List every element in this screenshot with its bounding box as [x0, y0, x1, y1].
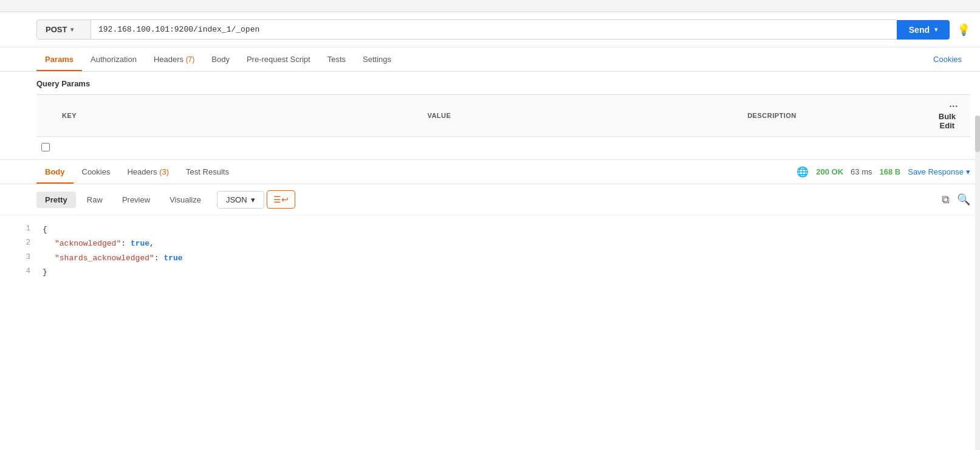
line-num-1: 1 [18, 223, 43, 236]
url-bar-row: POST ▾ Send ▾ 💡 [0, 12, 980, 47]
resp-tab-cookies-label: Cookies [82, 167, 111, 176]
json-open-brace: { [43, 223, 970, 237]
desc-cell[interactable] [740, 137, 924, 160]
tab-tests-label: Tests [327, 55, 346, 64]
method-label: POST [46, 25, 67, 34]
resp-tab-test-results[interactable]: Test Results [177, 160, 238, 184]
more-options-icon[interactable]: ··· [949, 101, 958, 111]
resp-tab-body[interactable]: Body [36, 160, 74, 184]
tab-tests[interactable]: Tests [319, 47, 354, 71]
response-size: 168 B [880, 167, 901, 176]
tab-params[interactable]: Params [36, 47, 82, 71]
key-header: KEY [55, 95, 420, 137]
tab-cookies[interactable]: Cookies [925, 47, 970, 71]
tab-body[interactable]: Body [203, 47, 238, 71]
fmt-tab-visualize[interactable]: Visualize [161, 192, 210, 208]
code-line-3: 3 "shards_acknowledged": true [18, 251, 970, 265]
response-meta: 🌐 200 OK 63 ms 168 B Save Response ▾ [797, 166, 970, 178]
globe-icon: 🌐 [797, 166, 809, 178]
tab-authorization[interactable]: Authorization [82, 47, 145, 71]
line-num-4: 4 [18, 265, 43, 279]
fmt-tab-visualize-label: Visualize [170, 195, 201, 204]
tab-headers-label: Headers [154, 55, 186, 64]
url-input[interactable] [91, 19, 897, 40]
response-section: Body Cookies Headers (3) Test Results 🌐 … [0, 159, 980, 287]
tab-body-label: Body [211, 55, 230, 64]
format-tabs-row: Pretty Raw Preview Visualize JSON ▾ ☰↩ ⧉… [0, 184, 980, 215]
json-close-brace: } [43, 265, 970, 279]
resp-tab-headers-label: Headers [127, 167, 159, 176]
send-label: Send [909, 25, 930, 35]
fmt-tab-pretty[interactable]: Pretty [36, 192, 76, 208]
code-line-1: 1 { [18, 223, 970, 237]
json-line-2: "acknowledged": true, [43, 237, 970, 251]
query-params-section: Query Params KEY VALUE DESCRIPTION ··· B… [0, 72, 980, 159]
search-icon[interactable]: 🔍 [957, 193, 970, 206]
tab-cookies-label: Cookies [933, 55, 962, 64]
response-status: 200 OK [816, 167, 843, 176]
top-bar [0, 0, 980, 12]
checkbox-header [36, 95, 55, 137]
json-val-acknowledged: true [131, 239, 149, 248]
tab-headers[interactable]: Headers (7) [145, 47, 203, 71]
json-sep-3: : [154, 254, 164, 263]
resp-tab-cookies[interactable]: Cookies [74, 160, 119, 184]
json-format-dropdown[interactable]: JSON ▾ [217, 191, 264, 209]
line-num-2: 2 [18, 237, 43, 250]
resp-tab-body-label: Body [45, 167, 65, 176]
tab-settings[interactable]: Settings [354, 47, 400, 71]
scrollbar-thumb[interactable] [975, 116, 980, 152]
json-comma-2: , [149, 239, 154, 248]
action-header: ··· Bulk Edit [924, 95, 970, 137]
response-tabs-row: Body Cookies Headers (3) Test Results 🌐 … [0, 160, 980, 184]
fmt-tab-preview-label: Preview [122, 195, 150, 204]
format-actions: ⧉ 🔍 [942, 193, 970, 206]
wrap-button[interactable]: ☰↩ [267, 190, 295, 209]
tab-params-label: Params [45, 55, 74, 64]
copy-icon[interactable]: ⧉ [942, 193, 950, 206]
description-header: DESCRIPTION [740, 95, 924, 137]
code-line-2: 2 "acknowledged": true, [18, 237, 970, 251]
save-response-label: Save Response [908, 167, 964, 176]
json-key-acknowledged: "acknowledged" [43, 239, 121, 248]
response-time: 63 ms [851, 167, 872, 176]
resp-headers-badge: (3) [159, 167, 169, 176]
request-tabs: Params Authorization Headers (7) Body Pr… [0, 47, 980, 72]
json-val-shards: true [163, 254, 182, 263]
params-table: KEY VALUE DESCRIPTION ··· Bulk Edit [36, 94, 970, 159]
tab-pre-request[interactable]: Pre-request Script [238, 47, 319, 71]
table-row [36, 137, 970, 160]
tab-authorization-label: Authorization [91, 55, 137, 64]
tab-settings-label: Settings [363, 55, 391, 64]
scrollbar-track[interactable] [975, 116, 980, 450]
key-cell[interactable] [55, 137, 420, 160]
resp-tab-test-results-label: Test Results [186, 167, 229, 176]
headers-badge: (7) [186, 55, 195, 64]
save-response-chevron: ▾ [966, 167, 970, 176]
wrap-icon: ☰↩ [273, 195, 289, 204]
query-params-label: Query Params [36, 79, 970, 88]
row-checkbox[interactable] [36, 137, 55, 160]
json-sep-2: : [121, 239, 131, 248]
code-body: 1 { 2 "acknowledged": true, 3 "shards_ac… [0, 215, 980, 287]
fmt-tab-preview[interactable]: Preview [114, 192, 159, 208]
resp-tab-headers[interactable]: Headers (3) [118, 160, 177, 184]
bulk-edit-button[interactable]: Bulk Edit [931, 112, 963, 130]
json-format-label: JSON [226, 195, 247, 204]
row-action [924, 137, 970, 160]
lightbulb-icon[interactable]: 💡 [957, 23, 970, 36]
save-response-button[interactable]: Save Response ▾ [908, 167, 970, 176]
fmt-tab-raw[interactable]: Raw [78, 192, 111, 208]
json-key-shards: "shards_acknowledged" [43, 254, 154, 263]
value-cell[interactable] [420, 137, 740, 160]
method-dropdown[interactable]: POST ▾ [36, 19, 91, 40]
value-header: VALUE [420, 95, 740, 137]
tab-pre-request-label: Pre-request Script [247, 55, 310, 64]
code-line-4: 4 } [18, 265, 970, 279]
json-format-chevron: ▾ [251, 195, 255, 204]
line-num-3: 3 [18, 251, 43, 265]
send-button[interactable]: Send ▾ [897, 20, 950, 40]
send-chevron: ▾ [934, 26, 937, 33]
method-chevron: ▾ [70, 26, 74, 33]
fmt-tab-pretty-label: Pretty [45, 195, 67, 204]
